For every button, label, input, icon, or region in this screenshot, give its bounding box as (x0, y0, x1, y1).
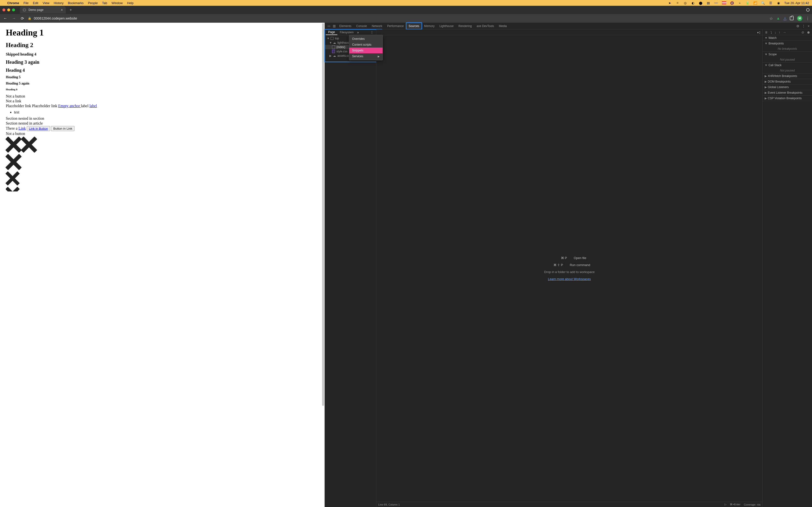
scope-section[interactable]: ▼Scope (763, 52, 812, 57)
empty-anchor-link[interactable]: Empty anchor (58, 104, 81, 108)
pause-exceptions-icon[interactable]: ⏺ (807, 31, 810, 34)
siri-icon[interactable]: ◉ (776, 1, 780, 5)
step-into-icon[interactable]: ↓ (774, 31, 776, 34)
flag-icon[interactable] (722, 1, 726, 4)
debugger-toolbar: ⏸ ⤵ ↓ ↑ → ⊘ ⏺ (763, 30, 812, 35)
panel-tab-memory[interactable]: Memory (422, 23, 437, 29)
address-bar[interactable]: 🔒 000612044.codepen.website (28, 16, 767, 20)
dom-bp-section[interactable]: ▶DOM Breakpoints (763, 79, 812, 84)
step-out-icon[interactable]: ↑ (779, 31, 780, 34)
there-a-line: There a Link Link in Button Button in Li… (6, 126, 319, 131)
battery-icon[interactable]: 🔋 (746, 1, 749, 5)
menu-file[interactable]: File (23, 1, 29, 5)
menubar-clock[interactable]: Tue 20. Apr 11:42 (784, 1, 809, 5)
editor-dock-icon[interactable]: ▸▯ (757, 31, 761, 34)
wifi-icon[interactable]: 📶 (753, 1, 757, 5)
watch-section[interactable]: ▼Watch (763, 35, 812, 41)
panel-tab-media[interactable]: Media (496, 23, 509, 29)
deactivate-bp-icon[interactable]: ⊘ (801, 31, 804, 34)
inspect-element-icon[interactable]: ▭ (326, 24, 332, 28)
panel-tab-lighthouse[interactable]: Lighthouse (437, 23, 456, 29)
spotlight-icon[interactable]: 🔍 (761, 1, 765, 5)
heading-5-again: Heading 5 again (6, 81, 319, 86)
window-minimize-button[interactable] (7, 8, 10, 11)
panel-tab-performance[interactable]: Performance (385, 23, 406, 29)
menu-people[interactable]: People (88, 1, 98, 5)
panel-tab-console[interactable]: Console (354, 23, 369, 29)
dropbox-icon[interactable]: ⌗ (675, 1, 679, 5)
link-in-button[interactable]: Link in Button (27, 126, 50, 131)
devtools-menu-icon[interactable]: ⋮ (802, 24, 805, 28)
new-tab-button[interactable]: + (68, 8, 74, 12)
run-icon[interactable]: ▷ (724, 503, 726, 506)
label-link[interactable]: label (89, 104, 97, 108)
gdrive-extension-icon[interactable]: ▲ (776, 16, 780, 20)
link-plain[interactable]: Link (18, 126, 26, 130)
profile-avatar[interactable]: M (797, 16, 802, 21)
book-icon[interactable]: ▤ (706, 1, 710, 5)
panel-tab-rendering[interactable]: Rendering (456, 23, 474, 29)
back-button[interactable]: ← (2, 16, 8, 20)
navigator-tab-page[interactable]: Page (326, 30, 337, 35)
reload-button[interactable]: ⟳ (20, 16, 25, 21)
page-viewport[interactable]: Heading 1 Heading 2 Skipped heading 4 He… (0, 23, 325, 507)
hat-icon[interactable]: ⬤ (699, 1, 703, 5)
lock-icon[interactable]: 🔒 (28, 17, 32, 20)
breakpoints-section[interactable]: ▼Breakpoints (763, 41, 812, 46)
navigator-more-tabs-icon[interactable]: » (357, 31, 359, 34)
bluetooth-icon[interactable]: ⌁ (738, 1, 742, 5)
tab-close-button[interactable]: × (61, 8, 63, 12)
overflow-item-services[interactable]: Services▶ (349, 53, 383, 59)
window-close-button[interactable] (2, 8, 5, 11)
global-listeners-section[interactable]: ▶Global Listeners (763, 84, 812, 90)
overflow-item-snippets[interactable]: Snippets (349, 48, 383, 53)
panel-tab-sources[interactable]: Sources (406, 23, 422, 29)
event-bp-section[interactable]: ▶Event Listener Breakpoints (763, 90, 812, 95)
extensions-puzzle-icon[interactable] (790, 16, 794, 20)
status-coverage: Coverage: n/a (744, 503, 761, 506)
control-center-icon[interactable]: ☰ (769, 1, 773, 5)
learn-workspaces-link[interactable]: Learn more about Workspaces (548, 277, 591, 281)
panel-tab-network[interactable]: Network (369, 23, 385, 29)
menu-edit[interactable]: Edit (33, 1, 38, 5)
devtools-close-button[interactable]: × (808, 24, 810, 28)
overflow-item-content-scripts[interactable]: Content scripts (349, 42, 383, 48)
step-over-icon[interactable]: ⤵ (770, 31, 772, 34)
url-text: 000612044.codepen.website (34, 16, 77, 20)
menu-bookmarks[interactable]: Bookmarks (68, 1, 84, 5)
menu-tab[interactable]: Tab (102, 1, 107, 5)
navigator-tab-filesystem[interactable]: Filesystem (337, 30, 356, 35)
bookmark-star-icon[interactable]: ☆ (769, 16, 773, 21)
chrome-menu-button[interactable]: ⋮ (806, 16, 810, 21)
clock-icon[interactable]: ◎ (683, 1, 687, 5)
menu-history[interactable]: History (54, 1, 63, 5)
drop-folder-hint: Drop in a folder to add to workspace (544, 270, 595, 274)
extension-icon-2[interactable]: △ (783, 16, 786, 21)
navigator-menu-icon[interactable]: ⋮ (369, 31, 375, 34)
overflow-item-overrides[interactable]: Overrides (349, 36, 383, 42)
devtools-tabstrip: ▭ ▥ Elements Console Network Performance… (325, 23, 812, 30)
pause-icon[interactable]: ⏸ (765, 31, 768, 34)
panel-tab-elements[interactable]: Elements (337, 23, 354, 29)
window-zoom-button[interactable] (12, 8, 15, 11)
call-stack-section[interactable]: ▼Call Stack (763, 62, 812, 68)
page-scrollbar[interactable] (322, 23, 324, 406)
csp-bp-section[interactable]: ▶CSP Violation Breakpoints (763, 96, 812, 101)
tab-search-button[interactable] (806, 8, 810, 12)
browser-tab[interactable]: Demo page × (20, 6, 66, 13)
xhr-bp-section[interactable]: ▶XHR/fetch Breakpoints (763, 73, 812, 79)
button-in-link[interactable]: Button in Link (51, 126, 74, 131)
device-toolbar-icon[interactable]: ▥ (332, 24, 337, 28)
link-in-button-anchor[interactable]: Link in Button (29, 127, 48, 130)
status-icon-2[interactable]: ◐ (691, 1, 695, 5)
menu-view[interactable]: View (43, 1, 49, 5)
status-icon[interactable]: ➤ (668, 1, 672, 5)
step-icon[interactable]: → (783, 31, 786, 34)
menubar-app-name[interactable]: Chrome (7, 1, 19, 5)
devtools-settings-icon[interactable]: ⚙ (796, 24, 800, 28)
menu-window[interactable]: Window (111, 1, 122, 5)
menu-help[interactable]: Help (127, 1, 134, 5)
panel-tab-axe[interactable]: axe DevTools (474, 23, 496, 29)
mute-icon[interactable]: 🔇 (730, 1, 734, 5)
glasses-icon[interactable]: 👓 (714, 1, 718, 5)
